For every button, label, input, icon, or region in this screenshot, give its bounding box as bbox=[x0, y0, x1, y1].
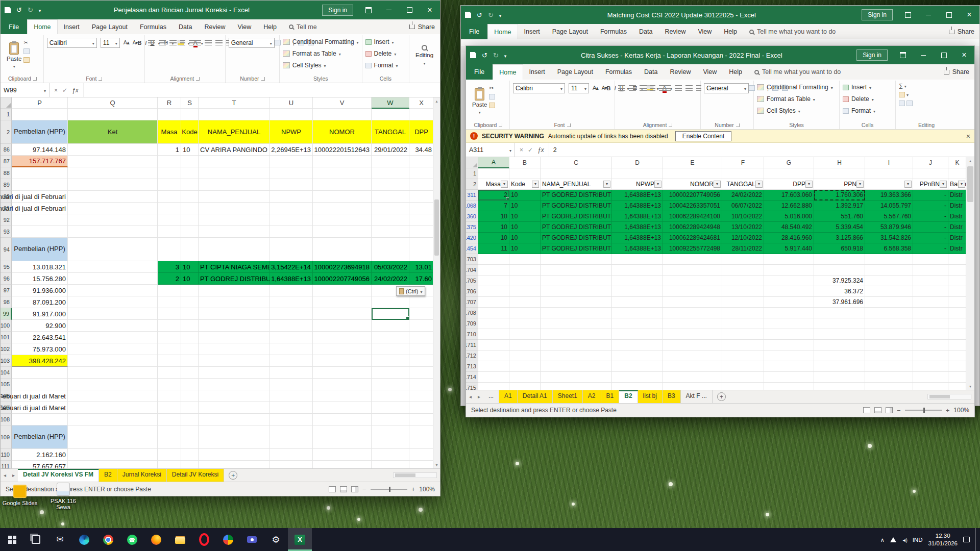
cell-H1454[interactable]: 650.918 bbox=[814, 243, 865, 254]
sheet-tab-detail-jv-koreksi[interactable]: Detail JV Koreksi bbox=[167, 469, 224, 482]
cell-G1068[interactable]: 12.662.880 bbox=[764, 201, 814, 211]
cell-P109[interactable]: Pembelian (HPP) bbox=[12, 425, 68, 449]
cell-A1704[interactable] bbox=[478, 265, 509, 276]
cell-Q108[interactable] bbox=[68, 414, 158, 425]
cell-G1713[interactable] bbox=[764, 361, 814, 372]
row-header-87[interactable]: 87 bbox=[1, 156, 12, 167]
cell-R106[interactable] bbox=[158, 390, 181, 402]
cell-W93[interactable] bbox=[372, 226, 409, 238]
cell-R108[interactable] bbox=[158, 414, 181, 425]
cell-W100[interactable] bbox=[372, 320, 409, 332]
cell-V98[interactable] bbox=[313, 296, 372, 308]
cell-C1714[interactable] bbox=[541, 372, 612, 383]
zoom-out-icon[interactable] bbox=[897, 407, 901, 414]
cell-A1375[interactable]: 10 bbox=[478, 222, 509, 233]
cell-Q111[interactable] bbox=[68, 461, 158, 468]
cell-W109[interactable] bbox=[372, 425, 409, 449]
cell-F1360[interactable]: 10/10/2022 bbox=[722, 211, 764, 222]
cell-T96[interactable]: PT GODREJ DISTRIBUTI bbox=[199, 273, 270, 285]
cell-D1715[interactable] bbox=[612, 383, 663, 390]
row-header-1704[interactable]: 1704 bbox=[466, 265, 478, 276]
name-box[interactable]: A311 bbox=[466, 143, 515, 157]
cell-S100[interactable] bbox=[181, 320, 199, 332]
new-sheet-button[interactable] bbox=[229, 471, 237, 480]
menu-tab-view[interactable]: View bbox=[697, 64, 723, 80]
cell-I1710[interactable] bbox=[865, 329, 913, 340]
cell-T109[interactable] bbox=[199, 425, 270, 449]
cell-D1375[interactable]: 1,64388E+13 bbox=[612, 222, 663, 233]
cell-U105[interactable] bbox=[270, 379, 313, 390]
cell-S107[interactable] bbox=[181, 402, 199, 414]
cell-A1714[interactable] bbox=[478, 372, 509, 383]
menu-tab-insert[interactable]: Insert bbox=[518, 24, 546, 39]
cell-X94[interactable] bbox=[409, 238, 434, 261]
sheet-tab-a2[interactable]: A2 bbox=[583, 390, 601, 403]
cell-V110[interactable] bbox=[313, 449, 372, 461]
cell-D1713[interactable] bbox=[612, 361, 663, 372]
cell-R91[interactable] bbox=[158, 203, 181, 214]
dialog-launcher-icon[interactable] bbox=[33, 77, 37, 81]
cell-E1[interactable] bbox=[663, 168, 722, 179]
cell-U1[interactable] bbox=[270, 109, 313, 120]
cell-Q96[interactable] bbox=[68, 273, 158, 285]
number-format-select[interactable]: General bbox=[229, 38, 275, 48]
zoom-slider-thumb[interactable] bbox=[389, 487, 390, 492]
menu-tab-data[interactable]: Data bbox=[633, 24, 658, 39]
save-icon[interactable] bbox=[470, 52, 476, 58]
cell-H1706[interactable]: 36.372 bbox=[814, 286, 865, 297]
cell-R92[interactable] bbox=[158, 214, 181, 226]
cell-X92[interactable] bbox=[409, 214, 434, 226]
dialog-launcher-icon[interactable] bbox=[669, 123, 672, 127]
cell-X100[interactable] bbox=[409, 320, 434, 332]
cell-S1[interactable] bbox=[181, 109, 199, 120]
close-button[interactable] bbox=[954, 46, 974, 64]
settings-icon[interactable] bbox=[264, 528, 288, 551]
page-break-view-icon[interactable] bbox=[351, 486, 358, 492]
dialog-launcher-icon[interactable] bbox=[567, 123, 571, 127]
cell-H1712[interactable] bbox=[814, 350, 865, 361]
cell-X89[interactable] bbox=[409, 179, 434, 191]
cell-W102[interactable] bbox=[372, 343, 409, 355]
cell-E2[interactable]: NOMOR bbox=[663, 179, 722, 190]
cell-E1360[interactable]: 100062289424100 bbox=[663, 211, 722, 222]
cell-P1[interactable] bbox=[12, 109, 68, 120]
cell-E1707[interactable] bbox=[663, 297, 722, 308]
share-button[interactable]: Share bbox=[409, 23, 435, 31]
cell-X93[interactable] bbox=[409, 226, 434, 238]
scrollbar-thumb[interactable] bbox=[434, 199, 439, 256]
cell-S111[interactable] bbox=[181, 461, 199, 468]
cell-V86[interactable]: 100022201512643 bbox=[313, 144, 372, 156]
new-sheet-button[interactable] bbox=[717, 392, 726, 401]
cell-S99[interactable] bbox=[181, 308, 199, 320]
cell-I1068[interactable]: 14.055.797 bbox=[865, 201, 913, 211]
cell-Q103[interactable] bbox=[68, 355, 158, 367]
cell-D1360[interactable]: 1,64388E+13 bbox=[612, 211, 663, 222]
menu-tab-review[interactable]: Review bbox=[658, 24, 692, 39]
column-header-F[interactable]: F bbox=[722, 157, 764, 168]
row-header-96[interactable]: 96 bbox=[1, 273, 12, 285]
edge-icon[interactable] bbox=[72, 528, 96, 551]
cell-H1711[interactable] bbox=[814, 340, 865, 350]
cell-I1360[interactable]: 5.567.760 bbox=[865, 211, 913, 222]
cell-G1711[interactable] bbox=[764, 340, 814, 350]
cell-C1707[interactable] bbox=[541, 297, 612, 308]
cell-A1706[interactable] bbox=[478, 286, 509, 297]
cell-U99[interactable] bbox=[270, 308, 313, 320]
cell-F1707[interactable] bbox=[722, 297, 764, 308]
cell-X103[interactable] bbox=[409, 355, 434, 367]
row-header-1[interactable]: 1 bbox=[466, 168, 478, 179]
cell-C1454[interactable]: PT GODREJ DISTRIBUTIOI bbox=[541, 243, 612, 254]
row-header-1705[interactable]: 1705 bbox=[466, 276, 478, 286]
cell-V109[interactable] bbox=[313, 425, 372, 449]
cell-H1704[interactable] bbox=[814, 265, 865, 276]
cell-C1710[interactable] bbox=[541, 329, 612, 340]
row-header-1375[interactable]: 1375 bbox=[466, 222, 478, 233]
cell-S87[interactable] bbox=[181, 156, 199, 167]
cell-I1707[interactable] bbox=[865, 297, 913, 308]
ribbon-options-icon[interactable] bbox=[893, 46, 913, 64]
cell-C1705[interactable] bbox=[541, 276, 612, 286]
orientation-icon[interactable] bbox=[650, 85, 655, 91]
cell-S92[interactable] bbox=[181, 214, 199, 226]
cell-T101[interactable] bbox=[199, 332, 270, 343]
cell-P2[interactable]: Pembelian (HPP) bbox=[12, 120, 68, 144]
